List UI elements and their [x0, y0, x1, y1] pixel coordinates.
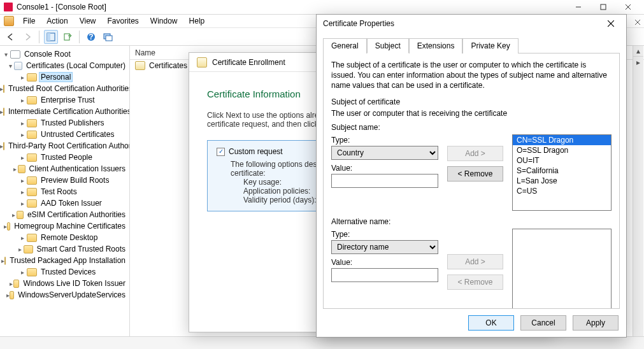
subject-add-button[interactable]: Add > — [447, 146, 503, 161]
tree-item[interactable]: ▸WindowsServerUpdateServices — [0, 289, 129, 301]
tree-item[interactable]: ▸Trusted Devices — [0, 266, 129, 278]
tree-item[interactable]: ▸Enterprise Trust — [0, 94, 129, 106]
tab-subject[interactable]: Subject — [367, 38, 409, 53]
tree-item[interactable]: ▸Preview Build Roots — [0, 174, 129, 186]
tree-item[interactable]: ▸AAD Token Issuer — [0, 197, 129, 209]
subject-type-select[interactable]: Country — [331, 146, 438, 160]
tree-item[interactable]: ▸Test Roots — [0, 186, 129, 197]
folder-icon — [27, 199, 37, 208]
subject-value-label: Value: — [331, 164, 438, 173]
tree-certs-local[interactable]: ▾ Certificates (Local Computer) — [0, 60, 129, 71]
menu-help[interactable]: Help — [184, 15, 210, 27]
tree-item-label: eSIM Certification Authorities — [26, 210, 127, 219]
expand-icon[interactable]: ▸ — [12, 166, 18, 173]
help-button[interactable]: ? — [84, 30, 98, 44]
vertical-scrollbar[interactable]: ▴ ▸ — [633, 46, 643, 336]
expand-icon[interactable]: ▸ — [9, 280, 13, 287]
scroll-up-icon[interactable]: ▴ — [633, 46, 643, 57]
alt-add-button[interactable]: Add > — [447, 254, 503, 269]
alt-value-input[interactable] — [331, 268, 438, 282]
svg-rect-7 — [47, 33, 50, 41]
custom-request-checkbox[interactable]: ✓ — [217, 148, 225, 156]
tree-item[interactable]: ▸Intermediate Certification Authorities — [0, 106, 129, 117]
subject-list-item[interactable]: CN=SSL Dragon — [513, 135, 611, 145]
expand-icon[interactable]: ▸ — [18, 154, 27, 161]
subject-name-listbox[interactable]: CN=SSL DragonO=SSL DragonOU=ITS=Californ… — [512, 134, 612, 211]
minimize-button[interactable] — [566, 0, 590, 14]
menu-action[interactable]: Action — [41, 15, 73, 27]
tree-root[interactable]: ▾ Console Root — [0, 48, 129, 60]
folder-icon — [27, 176, 37, 185]
window-title: Console1 - [Console Root] — [17, 3, 106, 11]
tab-private-key[interactable]: Private Key — [462, 38, 518, 53]
scroll-right-icon[interactable]: ▸ — [633, 57, 643, 68]
nav-fwd-button[interactable] — [20, 30, 34, 44]
tab-extensions[interactable]: Extensions — [409, 38, 463, 53]
subject-list-item[interactable]: S=California — [513, 166, 611, 176]
svg-rect-8 — [64, 34, 69, 40]
expand-icon[interactable]: ▸ — [18, 189, 27, 196]
expand-icon[interactable]: ▸ — [18, 120, 27, 127]
menu-window[interactable]: Window — [145, 15, 183, 27]
child-close-icon[interactable] — [633, 17, 643, 27]
expand-icon[interactable]: ▸ — [18, 269, 27, 276]
alt-remove-button[interactable]: < Remove — [447, 274, 503, 290]
nav-back-button[interactable] — [4, 30, 18, 44]
tree-item[interactable]: ▸eSIM Certification Authorities — [0, 209, 129, 220]
maximize-button[interactable] — [590, 0, 615, 14]
expand-icon[interactable]: ▸ — [18, 200, 27, 207]
ok-button[interactable]: OK — [468, 315, 514, 331]
wizard-icon — [197, 57, 207, 68]
expand-icon[interactable]: ▸ — [18, 74, 27, 81]
subject-list-item[interactable]: OU=IT — [513, 155, 611, 166]
apply-button[interactable]: Apply — [573, 315, 619, 331]
folder-icon — [24, 245, 32, 253]
new-window-button[interactable] — [101, 30, 115, 44]
tree-item[interactable]: ▸Client Authentication Issuers — [0, 163, 129, 174]
subject-remove-button[interactable]: < Remove — [447, 166, 503, 182]
alt-value-label: Value: — [331, 258, 438, 267]
subject-value-input[interactable] — [331, 174, 438, 188]
tree-item[interactable]: ▸Untrusted Certificates — [0, 129, 129, 140]
expand-icon[interactable]: ▸ — [1, 257, 4, 264]
collapse-icon[interactable]: ▾ — [7, 62, 14, 69]
tree-pane[interactable]: ▾ Console Root ▾ Certificates (Local Com… — [0, 46, 130, 336]
expand-icon[interactable]: ▸ — [11, 211, 17, 218]
dialog-close-button[interactable] — [602, 17, 620, 31]
show-tree-button[interactable] — [44, 30, 58, 44]
tree-item[interactable]: ▸Trusted People — [0, 152, 129, 163]
tree-item[interactable]: ▸Homegroup Machine Certificates — [0, 220, 129, 232]
alternative-name-listbox[interactable] — [512, 229, 612, 309]
subject-list-item[interactable]: L=San Jose — [513, 176, 611, 186]
subject-list-item[interactable]: O=SSL Dragon — [513, 145, 611, 155]
cert-store-icon — [14, 62, 22, 70]
statusbar — [0, 336, 644, 349]
cancel-button[interactable]: Cancel — [520, 315, 566, 331]
tree-item[interactable]: ▸Personal — [0, 71, 129, 83]
collapse-icon[interactable]: ▾ — [1, 51, 10, 58]
tree-item[interactable]: ▸Third-Party Root Certification Authorit… — [0, 140, 129, 152]
expand-icon[interactable]: ▸ — [16, 246, 24, 253]
tab-general[interactable]: General — [323, 38, 367, 53]
subject-of-cert-sub: The user or computer that is receiving t… — [331, 109, 612, 118]
tree-item-label: Trusted Root Certification Authorities — [7, 84, 130, 93]
tree-item[interactable]: ▸Windows Live ID Token Issuer — [0, 278, 129, 289]
alt-type-select[interactable]: Directory name — [331, 240, 438, 254]
expand-icon[interactable]: ▸ — [18, 131, 27, 138]
tree-item[interactable]: ▸Smart Card Trusted Roots — [0, 243, 129, 255]
menu-view[interactable]: View — [75, 15, 101, 27]
tree-item[interactable]: ▸Remote Desktop — [0, 232, 129, 243]
close-button[interactable] — [615, 0, 640, 14]
folder-icon — [27, 268, 37, 276]
export-button[interactable] — [61, 30, 75, 44]
subject-list-item[interactable]: C=US — [513, 186, 611, 196]
tree-item[interactable]: ▸Trusted Root Certification Authorities — [0, 83, 129, 94]
menu-favorites[interactable]: Favorites — [103, 15, 144, 27]
tree-item[interactable]: ▸Trusted Packaged App Installation — [0, 255, 129, 266]
console-root-icon — [10, 50, 20, 59]
menu-file[interactable]: File — [18, 15, 40, 27]
expand-icon[interactable]: ▸ — [18, 234, 27, 241]
tree-item[interactable]: ▸Trusted Publishers — [0, 117, 129, 129]
expand-icon[interactable]: ▸ — [18, 97, 27, 104]
expand-icon[interactable]: ▸ — [18, 177, 27, 184]
